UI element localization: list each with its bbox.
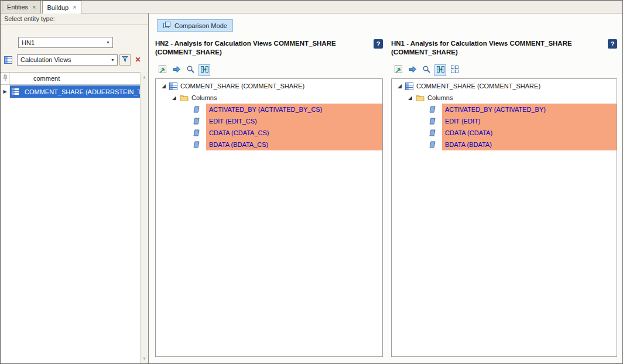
folder-icon [416,94,425,101]
scroll-up-icon[interactable]: ▲ [141,73,148,81]
chevron-down-icon[interactable]: ▼ [111,58,115,62]
transfer-button[interactable] [406,64,418,76]
column-icon [193,129,200,136]
transfer-icon [408,65,417,75]
entity-row-selected[interactable]: ▶ COMMENT_SHARE (ADUERRSTEIN_T [1,85,140,98]
search-icon [186,65,195,75]
calculation-view-icon [405,83,413,90]
tree-node-column[interactable]: EDIT (EDIT) [392,115,617,127]
entity-type-row: Calculation Views ▼ ✕ [4,54,143,66]
diff-highlight: CDATA (CDATA_CS) [206,127,382,139]
transfer-icon [172,65,181,75]
diff-highlight: BDATA (BDATA) [442,139,617,150]
entity-grid: comment ▶ COMMENT_SHARE (ADUERRSTEIN_T [1,72,140,363]
chevron-down-icon[interactable]: ▼ [106,40,110,44]
column-label: EDIT (EDIT) [445,118,480,125]
entity-row-label: COMMENT_SHARE (ADUERRSTEIN_T [25,88,140,95]
tree-node-root[interactable]: COMMENT_SHARE (COMMENT_SHARE) [156,80,382,92]
column-icon [429,129,436,136]
tab-buildup[interactable]: Buildup × [42,1,81,13]
diff-highlight: EDIT (EDIT) [442,115,617,127]
entity-type-select[interactable]: Calculation Views ▼ [17,54,118,66]
column-label: BDATA (BDATA_CS) [209,141,268,148]
tree-node-column[interactable]: BDATA (BDATA) [392,139,617,150]
diff-highlight: ACTIVATED_BY (ACTIVATED_BY_CS) [206,104,382,115]
help-icon[interactable]: ? [608,39,617,49]
entity-type-header: Select entity type: [1,13,148,25]
tree-node-columns-folder[interactable]: Columns [156,92,382,104]
tree-node-column[interactable]: CDATA (CDATA) [392,127,617,139]
sidebar: Select entity type: HN1 ▼ Calculation Vi… [1,13,149,363]
diff-highlight: EDIT (EDIT_CS) [206,115,382,127]
column-icon [429,106,436,113]
sync-selection-icon [200,65,209,75]
pin-icon[interactable] [2,74,8,83]
diff-highlight: BDATA (BDATA_CS) [206,139,382,150]
expand-arrow-icon[interactable] [160,83,167,90]
export-icon [394,65,403,75]
expand-arrow-icon[interactable] [407,95,413,101]
tree-node-column[interactable]: EDIT (EDIT_CS) [156,115,382,127]
column-icon [429,141,436,148]
diff-tree: COMMENT_SHARE (COMMENT_SHARE) Columns AC… [391,78,617,357]
system-select[interactable]: HN1 ▼ [18,37,113,48]
export-button[interactable] [392,64,404,76]
system-select-value: HN1 [22,39,35,46]
help-icon[interactable]: ? [374,39,383,49]
calculation-view-icon [4,56,12,64]
column-label: ACTIVATED_BY (ACTIVATED_BY) [445,106,546,113]
tab-bar: Entities × Buildup × [1,1,622,13]
comment-column-header[interactable]: comment [10,73,140,84]
tree-node-label: Columns [427,94,453,101]
tree-node-label: Columns [191,94,217,101]
panel-toolbar [156,64,210,77]
search-button[interactable] [420,64,432,76]
column-icon [193,106,200,113]
column-label: EDIT (EDIT_CS) [209,118,257,125]
diff-highlight: ACTIVATED_BY (ACTIVATED_BY) [442,104,617,115]
filter-funnel-icon [121,55,129,64]
indicator-column-header[interactable] [1,73,10,84]
main-area: Comparison Mode HN2 - Analysis for Calcu… [149,13,622,363]
comparison-icon [163,21,171,30]
tab-entities[interactable]: Entities × [2,1,41,13]
folder-icon [180,94,189,101]
close-icon[interactable]: × [73,4,76,11]
row-pointer-icon: ▶ [1,85,10,98]
expand-arrow-icon[interactable] [171,95,177,101]
tree-node-column[interactable]: CDATA (CDATA_CS) [156,127,382,139]
sync-selection-button[interactable] [434,64,446,76]
app-window: Entities × Buildup × Select entity type:… [0,0,623,364]
close-icon[interactable]: × [32,4,36,11]
search-button[interactable] [184,64,196,76]
filter-button[interactable] [119,54,131,66]
panel-toolbar [392,64,460,77]
column-icon [193,118,200,125]
tree-node-label: COMMENT_SHARE (COMMENT_SHARE) [180,83,304,90]
expand-arrow-icon[interactable] [396,83,403,90]
column-label: BDATA (BDATA) [445,141,492,148]
tab-entities-label: Entities [7,4,28,11]
scroll-down-icon[interactable]: ▼ [141,354,148,363]
entity-type-select-value: Calculation Views [20,56,71,63]
tree-node-label: COMMENT_SHARE (COMMENT_SHARE) [416,83,540,90]
tree-node-column[interactable]: ACTIVATED_BY (ACTIVATED_BY) [392,104,617,115]
clear-filter-x-icon: ✕ [135,56,141,63]
entity-row-body: COMMENT_SHARE (ADUERRSTEIN_T [10,85,140,98]
panel-title: HN2 - Analysis for Calculation Views COM… [155,39,374,57]
tree-node-columns-folder[interactable]: Columns [392,92,617,104]
tab-buildup-label: Buildup [47,4,69,11]
calculation-view-icon [169,83,177,90]
export-button[interactable] [156,64,168,76]
transfer-button[interactable] [170,64,182,76]
export-icon [158,65,167,75]
tree-node-column[interactable]: BDATA (BDATA_CS) [156,139,382,150]
clear-filter-button[interactable]: ✕ [132,54,143,66]
tree-node-column[interactable]: ACTIVATED_BY (ACTIVATED_BY_CS) [156,104,382,115]
sync-selection-button[interactable] [198,64,210,76]
comparison-mode-button[interactable]: Comparison Mode [157,19,233,32]
comparison-mode-label: Comparison Mode [174,22,227,29]
tree-node-root[interactable]: COMMENT_SHARE (COMMENT_SHARE) [392,80,617,92]
sidebar-scrollbar[interactable]: ▲ ▼ [140,72,148,363]
grid-view-button[interactable] [449,64,460,76]
